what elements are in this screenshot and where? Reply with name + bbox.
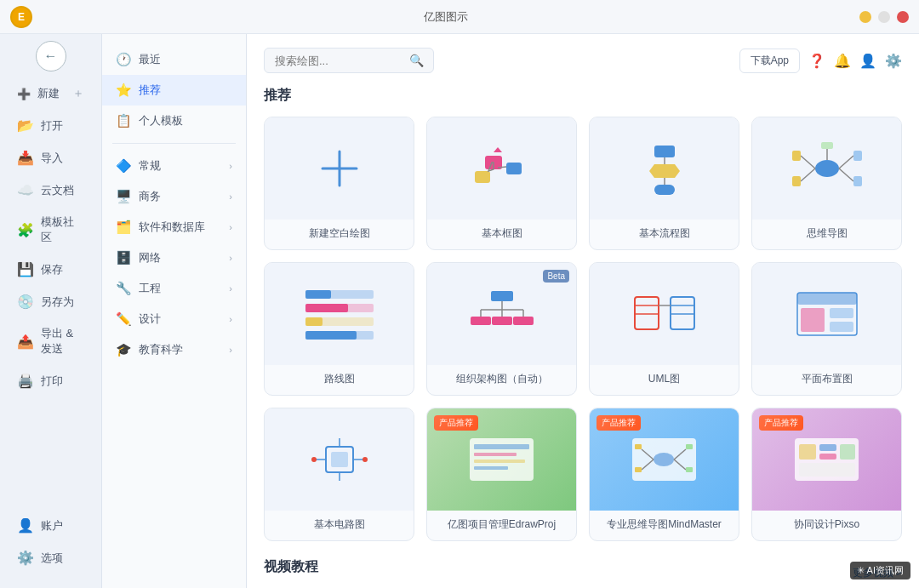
sidebar-label-saveas: 另存为 xyxy=(41,294,74,310)
user-icon[interactable]: 👤 xyxy=(859,53,876,69)
svg-rect-32 xyxy=(491,291,513,301)
svg-rect-65 xyxy=(474,466,508,470)
svg-marker-5 xyxy=(494,147,502,152)
template-card-layout[interactable]: 平面布置图 xyxy=(751,262,902,396)
nav-label-normal: 常规 xyxy=(139,158,161,174)
template-label-org: 组织架构图（自动） xyxy=(427,365,576,395)
software-icon: 🗂️ xyxy=(116,220,132,235)
sidebar-item-community[interactable]: 🧩 模板社区 xyxy=(5,207,96,253)
svg-rect-49 xyxy=(797,293,857,305)
svg-rect-79 xyxy=(819,454,836,460)
sidebar-item-print[interactable]: 🖨️ 打印 xyxy=(5,365,96,397)
help-icon[interactable]: ❓ xyxy=(808,53,825,69)
sidebar-item-options[interactable]: ⚙️ 选项 xyxy=(5,542,96,574)
sidebar-item-export[interactable]: 📤 导出 & 发送 xyxy=(5,318,96,364)
titlebar-left: E xyxy=(10,6,32,28)
svg-rect-8 xyxy=(654,146,675,157)
template-label-pixso: 协同设计Pixso xyxy=(752,511,901,540)
nav-label-network: 网络 xyxy=(139,250,161,265)
svg-rect-81 xyxy=(799,463,855,477)
sidebar-item-import[interactable]: 📥 导入 xyxy=(5,142,96,174)
template-card-mindmaster[interactable]: 产品推荐 专业思维导图MindMaster xyxy=(589,408,739,541)
normal-icon: 🔷 xyxy=(116,158,132,174)
sidebar-item-saveas[interactable]: 💿 另存为 xyxy=(5,286,96,317)
sidebar-item-new[interactable]: ➕ 新建 ＋ xyxy=(5,78,96,109)
svg-rect-64 xyxy=(474,460,525,463)
svg-rect-77 xyxy=(799,444,816,460)
sidebar-item-open[interactable]: 📂 打开 xyxy=(5,110,96,141)
svg-point-13 xyxy=(815,160,839,177)
chevron-icon-5: › xyxy=(229,283,232,294)
user-avatar[interactable]: E xyxy=(10,6,32,28)
nav-item-software[interactable]: 🗂️ 软件和数据库 › xyxy=(102,212,246,243)
template-img-org: Beta xyxy=(427,263,576,365)
svg-rect-52 xyxy=(830,322,853,332)
nav-item-education[interactable]: 🎓 教育科学 › xyxy=(102,334,246,365)
svg-point-58 xyxy=(311,457,317,462)
chevron-icon-2: › xyxy=(229,191,232,202)
template-label-layout: 平面布置图 xyxy=(752,365,901,395)
search-box[interactable]: 🔍 xyxy=(264,48,434,73)
nav-item-recent[interactable]: 🕐 最近 xyxy=(102,44,246,75)
edrawproj-preview xyxy=(465,434,538,485)
template-card-route[interactable]: 路线图 xyxy=(264,262,414,396)
template-card-circuit[interactable]: 基本电路图 xyxy=(264,408,414,541)
maximize-button[interactable] xyxy=(878,11,890,23)
sidebar-item-cloud[interactable]: ☁️ 云文档 xyxy=(5,174,96,206)
settings-icon[interactable]: ⚙️ xyxy=(885,53,902,69)
sidebar-item-account[interactable]: 👤 账户 xyxy=(5,510,96,541)
svg-rect-62 xyxy=(474,444,529,449)
download-app-button[interactable]: 下载App xyxy=(739,49,800,73)
nav-panel: 🕐 最近 ⭐ 推荐 📋 个人模板 🔷 常规 › 🖥 xyxy=(102,34,247,588)
section-title-recommend: 推荐 xyxy=(264,87,902,105)
video-section-header: 视频教程 更多视频 > xyxy=(264,558,902,588)
template-card-frame[interactable]: 基本框图 xyxy=(426,117,577,250)
toolbar: 🔍 下载App ❓ 🔔 👤 ⚙️ xyxy=(264,48,902,73)
nav-item-recommend[interactable]: ⭐ 推荐 xyxy=(102,75,246,106)
nav-item-design[interactable]: ✏️ 设计 › xyxy=(102,304,246,334)
svg-rect-78 xyxy=(819,444,836,451)
window-controls xyxy=(859,11,909,23)
template-label-route: 路线图 xyxy=(265,365,414,395)
template-card-org[interactable]: Beta 组织架构图（自动） xyxy=(426,262,577,396)
back-button[interactable]: ← xyxy=(36,41,66,71)
new-plus-icon: ＋ xyxy=(72,86,84,101)
sidebar-item-save[interactable]: 💾 保存 xyxy=(5,254,96,285)
template-card-edrawproj[interactable]: 产品推荐 亿图项目管理EdrawProj xyxy=(426,408,577,541)
template-card-flow[interactable]: 基本流程图 xyxy=(589,117,739,250)
bell-icon[interactable]: 🔔 xyxy=(834,53,851,69)
template-img-pixso: 产品推荐 xyxy=(752,408,901,511)
sidebar-label-cloud: 云文档 xyxy=(41,183,74,198)
beta-badge: Beta xyxy=(543,270,569,283)
sidebar-label-print: 打印 xyxy=(41,374,63,389)
saveas-icon: 💿 xyxy=(17,294,34,310)
business-icon: 🖥️ xyxy=(116,189,132,204)
nav-item-normal[interactable]: 🔷 常规 › xyxy=(102,151,246,181)
blank-plus-svg xyxy=(314,143,365,194)
sidebar-label-community: 模板社区 xyxy=(41,214,84,245)
minimize-button[interactable] xyxy=(859,11,871,23)
template-card-mindmap[interactable]: 思维导图 xyxy=(751,117,902,250)
svg-rect-28 xyxy=(305,290,331,299)
template-img-uml xyxy=(590,263,739,365)
nav-item-engineering[interactable]: 🔧 工程 › xyxy=(102,273,246,304)
sidebar-label-import: 导入 xyxy=(41,151,63,166)
nav-item-network[interactable]: 🗄️ 网络 › xyxy=(102,243,246,273)
template-card-pixso[interactable]: 产品推荐 协同设计Pixso xyxy=(751,408,902,541)
template-label-edrawproj: 亿图项目管理EdrawProj xyxy=(427,511,576,540)
search-input[interactable] xyxy=(275,54,402,67)
frame-svg xyxy=(468,139,536,198)
import-icon: 📥 xyxy=(17,150,34,166)
svg-rect-29 xyxy=(305,304,348,312)
chevron-icon-3: › xyxy=(229,222,232,232)
svg-rect-80 xyxy=(840,444,855,460)
svg-rect-69 xyxy=(635,444,642,449)
template-card-uml[interactable]: UML图 xyxy=(589,262,739,396)
nav-label-recommend: 推荐 xyxy=(139,83,161,98)
nav-item-business[interactable]: 🖥️ 商务 › xyxy=(102,181,246,212)
svg-rect-71 xyxy=(635,467,642,472)
close-button[interactable] xyxy=(897,11,909,23)
nav-item-personal[interactable]: 📋 个人模板 xyxy=(102,106,246,136)
svg-rect-4 xyxy=(475,171,490,183)
template-card-blank[interactable]: 新建空白绘图 xyxy=(264,117,414,250)
